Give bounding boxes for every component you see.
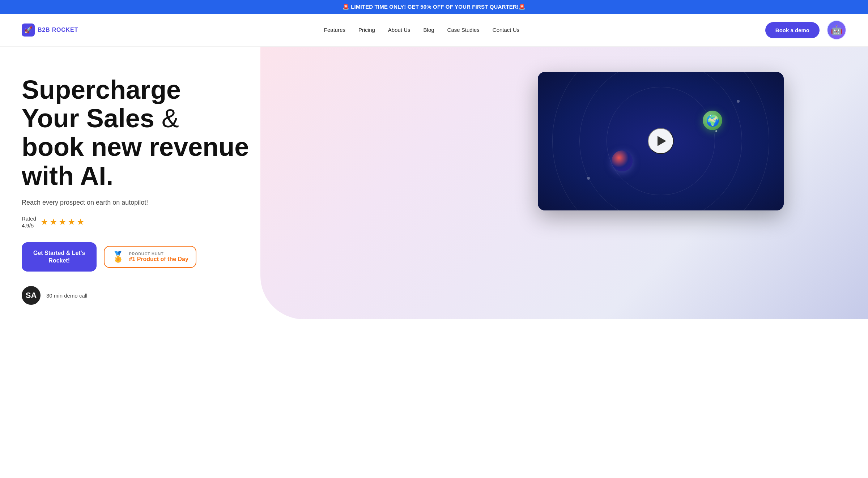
nav-links: Features Pricing About Us Blog Case Stud… [324,27,519,33]
ph-text: PRODUCT HUNT #1 Product of the Day [129,252,188,263]
small-dot-1 [737,100,740,103]
nav-right: Book a demo 🤖 [765,20,846,40]
video-inner: 🌍 [538,72,784,210]
star-2: ★ [50,217,58,227]
robot-avatar: 🤖 [827,20,846,40]
orb-purple [612,150,633,171]
play-triangle-icon [658,136,666,146]
hero-title-line1: Supercharge [22,75,181,104]
book-demo-button[interactable]: Book a demo [765,22,820,38]
logo-link[interactable]: 🚀 B2B ROCKET [22,24,78,37]
nav-pricing[interactable]: Pricing [358,27,375,33]
hero-title: Supercharge Your Sales & book new revenu… [22,76,475,190]
star-rating: ★ ★ ★ ★ ★ [41,217,85,227]
banner-text: 🚨 LIMITED TIME ONLY! GET 50% OFF OF YOUR… [342,4,526,10]
nav-case-studies[interactable]: Case Studies [447,27,480,33]
hero-left: Supercharge Your Sales & book new revenu… [22,68,475,305]
nav-features[interactable]: Features [324,27,345,33]
get-started-button[interactable]: Get Started & Let'sRocket! [22,242,97,272]
star-3: ★ [59,217,67,227]
nav-about[interactable]: About Us [388,27,410,33]
hero-title-line2: Your Sales [22,104,154,133]
nav-blog[interactable]: Blog [424,27,434,33]
hero-title-line3: book new revenue [22,132,249,161]
demo-call-row: SA 30 min demo call [22,286,475,305]
ph-label-bottom: #1 Product of the Day [129,256,188,263]
hero-buttons: Get Started & Let'sRocket! 🏅 PRODUCT HUN… [22,242,475,272]
demo-call-text: 30 min demo call [46,293,87,299]
nav-contact[interactable]: Contact Us [493,27,519,33]
star-5-half: ★ [77,217,85,227]
rating-row: Rated4.9/5 ★ ★ ★ ★ ★ [22,215,475,229]
hero-section: Supercharge Your Sales & book new revenu… [0,47,868,319]
promo-banner: 🚨 LIMITED TIME ONLY! GET 50% OFF OF YOUR… [0,0,868,14]
ph-label-top: PRODUCT HUNT [129,252,188,256]
orb-green: 🌍 [703,111,722,130]
hero-title-line4: with AI. [22,161,113,190]
play-button[interactable] [648,128,674,154]
hero-ampersand: & [154,104,179,133]
product-hunt-badge[interactable]: 🏅 PRODUCT HUNT #1 Product of the Day [104,246,196,268]
star-1: ★ [41,217,48,227]
rating-label: Rated4.9/5 [22,215,36,229]
logo-text: B2B ROCKET [38,27,78,33]
demo-avatar: SA [22,286,41,305]
star-4: ★ [68,217,76,227]
video-container: 🌍 [538,72,784,210]
hero-subtitle: Reach every prospect on earth on autopil… [22,199,475,206]
navbar: 🚀 B2B ROCKET Features Pricing About Us B… [0,14,868,47]
hero-right: 🌍 [475,68,846,210]
medal-icon: 🏅 [112,251,124,263]
logo-icon: 🚀 [22,24,35,37]
